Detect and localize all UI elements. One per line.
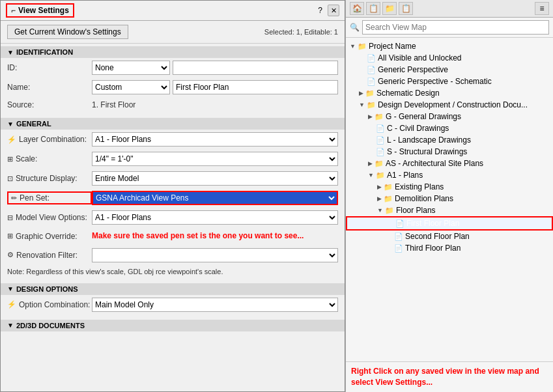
tree-arrow-general-drawings[interactable]: ▶	[368, 113, 373, 120]
tree-label-project-name: Project Name	[369, 42, 416, 51]
scale-row: ⊞ Scale: 1/4" = 1'-0"	[7, 149, 338, 169]
tree-item-third-floor-plan[interactable]: 📄Third Floor Plan	[346, 242, 553, 254]
tree-label-generic-perspective: Generic Perspective	[378, 65, 448, 74]
tree-icon-first-floor-plan: 📄	[395, 219, 404, 228]
tree-arrow-demolition-plans[interactable]: ▶	[377, 195, 382, 202]
tree-item-structural[interactable]: 📄S - Structural Drawings	[346, 146, 553, 158]
layer-label: ⚡ Layer Combination:	[7, 135, 92, 144]
tree-item-first-floor-plan[interactable]: 📄First Floor Plan	[346, 216, 553, 231]
get-settings-button[interactable]: Get Current Window's Settings	[7, 25, 128, 39]
source-value: 1. First Floor	[92, 100, 338, 109]
tree-item-generic-perspective[interactable]: 📄Generic Perspective	[346, 64, 553, 76]
close-button[interactable]: ✕	[328, 5, 339, 16]
tree-item-existing-plans[interactable]: ▶📁Existing Plans	[346, 181, 553, 193]
tree-item-arch-site[interactable]: ▶📁AS - Architectural Site Plans	[346, 158, 553, 169]
tree-item-general-drawings[interactable]: ▶📁G - General Drawings	[346, 111, 553, 122]
name-text-input[interactable]	[173, 80, 338, 94]
graphic-icon: ⊞	[7, 232, 13, 240]
layer-dropdown[interactable]: A1 - Floor Plans	[92, 132, 338, 147]
penset-icon: ✏	[11, 194, 17, 203]
search-icon: 🔍	[350, 23, 360, 32]
view-settings-dialog: ⌐ View Settings ? ✕ Get Current Window's…	[0, 0, 345, 392]
tree-arrow-schematic-design[interactable]: ▶	[359, 90, 363, 96]
tree-item-second-floor-plan[interactable]: 📄Second Floor Plan	[346, 231, 553, 242]
tree-arrow-a1-plans[interactable]: ▼	[368, 172, 374, 178]
penset-dropdown[interactable]: GSNA Archicad View Pens	[92, 191, 338, 205]
tree-icon-arch-site: 📁	[375, 160, 384, 168]
source-row: Source: 1. First Floor	[7, 97, 338, 113]
tree-label-all-visible: All Visible and Unlocked	[378, 53, 462, 63]
tree-item-a1-plans[interactable]: ▼📁A1 - Plans	[346, 169, 553, 181]
design-options-toggle[interactable]: ▼	[7, 285, 14, 292]
panel-toolbar: 🏠 📋 📁 📋 ≡	[346, 0, 553, 18]
tree-icon-floor-plans: 📁	[385, 206, 394, 215]
tree-label-generic-perspective-schematic: Generic Perspective - Schematic	[378, 77, 492, 86]
tree-arrow-floor-plans[interactable]: ▼	[377, 207, 383, 214]
tree-item-civil[interactable]: 📄C - Civil Drawings	[346, 122, 553, 134]
tree-label-structural: S - Structural Drawings	[387, 147, 467, 156]
structure-value: Entire Model	[92, 171, 338, 186]
tree-arrow-existing-plans[interactable]: ▶	[377, 184, 382, 190]
model-view-dropdown[interactable]: A1 - Floor Plans	[92, 210, 338, 225]
tree-icon-third-floor-plan: 📄	[394, 244, 403, 253]
documents-label: 2D/3D DOCUMENTS	[16, 322, 85, 329]
tree-item-floor-plans[interactable]: ▼📁Floor Plans	[346, 204, 553, 216]
tree-icon-design-dev: 📁	[367, 101, 376, 109]
design-options-label: DESIGN OPTIONS	[16, 285, 78, 293]
tree-item-demolition-plans[interactable]: ▶📁Demolition Plans	[346, 193, 553, 204]
name-dropdown[interactable]: Custom	[92, 80, 170, 94]
general-header: ▼ GENERAL	[1, 118, 345, 130]
option-combination-dropdown[interactable]: Main Model Only	[92, 298, 338, 312]
dialog-controls: ? ✕	[318, 5, 339, 16]
tree-item-all-visible[interactable]: 📄All Visible and Unlocked	[346, 52, 553, 64]
tree-item-project-name[interactable]: ▼📁Project Name	[346, 40, 553, 52]
titlebar: ⌐ View Settings ? ✕	[1, 1, 345, 21]
tree-icon-landscape: 📄	[376, 136, 385, 145]
id-value: None	[92, 61, 338, 75]
tree-icon-a1-plans: 📁	[376, 171, 385, 180]
identification-toggle[interactable]: ▼	[7, 49, 14, 56]
tree-icon-demolition-plans: 📁	[384, 195, 393, 203]
option-combination-row: ⚡ Option Combination: Main Model Only	[7, 295, 338, 315]
tree-arrow-project-name[interactable]: ▼	[350, 43, 356, 49]
note-text: Note: Regardless of this view's scale, G…	[7, 265, 338, 278]
toolbar-icon-2[interactable]: 📋	[366, 2, 380, 15]
id-label: ID:	[7, 63, 92, 72]
tree-label-second-floor-plan: Second Floor Plan	[405, 232, 470, 241]
help-button[interactable]: ?	[318, 6, 322, 15]
identification-section: ▼ IDENTIFICATION ID: None Name: Custom	[1, 44, 345, 115]
panel-annotation: Right Click on any saved view in the vie…	[346, 361, 553, 392]
design-options-header: ▼ DESIGN OPTIONS	[1, 283, 345, 295]
tree-arrow-design-dev[interactable]: ▼	[359, 102, 365, 108]
toolbar-icon-3[interactable]: 📁	[382, 2, 397, 15]
title-text: View Settings	[18, 6, 69, 15]
tree-label-existing-plans: Existing Plans	[395, 182, 444, 191]
scale-dropdown[interactable]: 1/4" = 1'-0"	[92, 152, 338, 166]
layer-icon: ⚡	[7, 135, 16, 144]
renovation-dropdown[interactable]	[92, 248, 338, 262]
general-toggle[interactable]: ▼	[7, 120, 14, 128]
general-label: GENERAL	[16, 120, 51, 128]
id-text-input[interactable]	[173, 61, 338, 75]
tree-item-schematic-design[interactable]: ▶📁Schematic Design	[346, 87, 553, 99]
id-dropdown[interactable]: None	[92, 61, 170, 75]
toolbar-icon-1[interactable]: 🏠	[350, 2, 364, 15]
toolbar-menu-icon[interactable]: ≡	[535, 2, 549, 15]
tree-icon-schematic-design: 📁	[365, 89, 375, 98]
documents-toggle[interactable]: ▼	[7, 322, 14, 329]
top-bar: Get Current Window's Settings Selected: …	[1, 21, 345, 44]
renovation-value	[92, 248, 338, 262]
scale-icon: ⊞	[7, 155, 13, 163]
tree-arrow-arch-site[interactable]: ▶	[368, 160, 373, 167]
tree-icon-general-drawings: 📁	[375, 113, 384, 121]
structure-label: ⊡ Structure Display:	[7, 174, 92, 183]
tree-item-landscape[interactable]: 📄L - Landscape Drawings	[346, 134, 553, 146]
toolbar-icon-4[interactable]: 📋	[399, 2, 413, 15]
penset-value: GSNA Archicad View Pens	[92, 191, 338, 205]
structure-dropdown[interactable]: Entire Model	[92, 171, 338, 186]
tree-item-generic-perspective-schematic[interactable]: 📄Generic Perspective - Schematic	[346, 76, 553, 87]
search-input[interactable]	[362, 20, 549, 35]
tree-icon-second-floor-plan: 📄	[394, 232, 403, 241]
tree-item-design-dev[interactable]: ▼📁Design Development / Construction Docu…	[346, 99, 553, 111]
source-text: 1. First Floor	[92, 100, 135, 109]
